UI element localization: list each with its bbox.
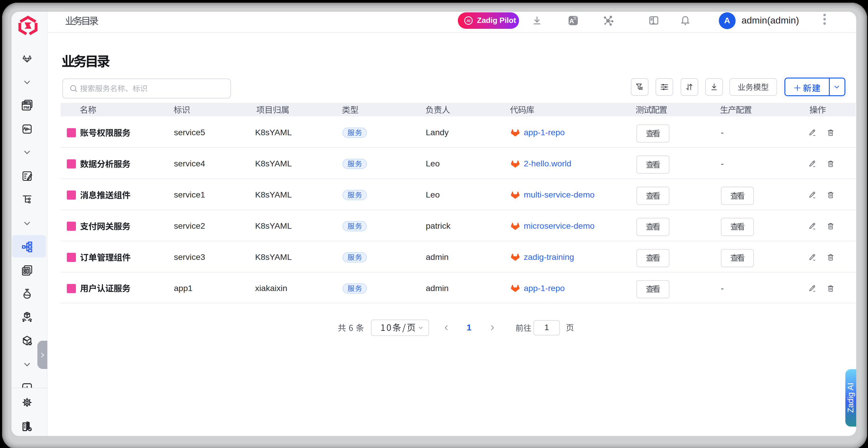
svg-text:AI: AI [467,19,470,23]
svg-text:A: A [569,18,574,25]
svg-text:PM: PM [24,105,29,110]
